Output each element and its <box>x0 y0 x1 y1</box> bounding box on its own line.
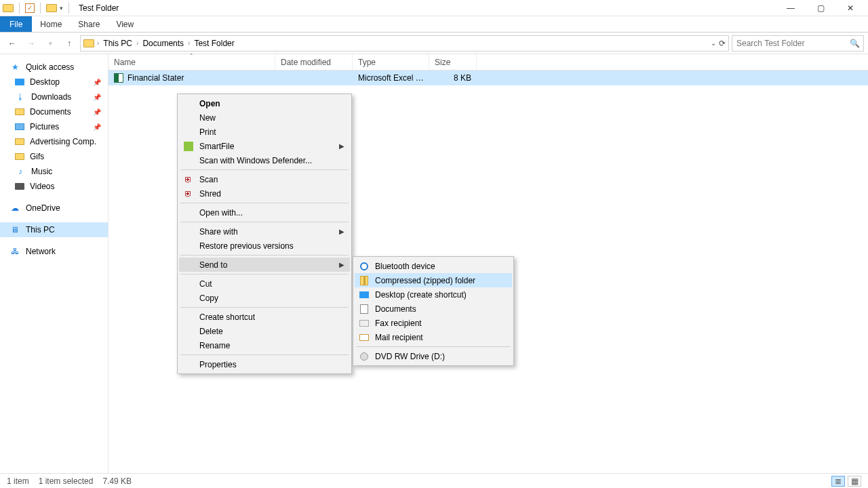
breadcrumb-this-pc[interactable]: This PC <box>102 39 134 48</box>
menu-cut[interactable]: Cut <box>179 277 350 291</box>
sidebar-item-documents[interactable]: Documents 📌 <box>0 104 108 119</box>
chevron-right-icon[interactable]: › <box>188 39 190 47</box>
sidebar-item-folder[interactable]: Advertising Comp. <box>0 134 108 149</box>
context-menu: Open New Print SmartFile ▶ Scan with Win… <box>177 94 352 374</box>
sendto-documents[interactable]: Documents <box>355 302 512 316</box>
sidebar-item-music[interactable]: ♪ Music <box>0 164 108 179</box>
maximize-button[interactable]: ▢ <box>806 0 835 16</box>
sidebar-network[interactable]: 🖧 Network <box>0 244 108 259</box>
file-name: Financial Stater <box>127 73 184 83</box>
menu-label: Scan <box>199 175 218 184</box>
sidebar-item-folder[interactable]: Gifs <box>0 149 108 164</box>
address-bar[interactable]: › This PC › Documents › Test Folder ⌄ ⟳ <box>80 35 729 52</box>
sidebar-item-downloads[interactable]: ⭳ Downloads 📌 <box>0 89 108 104</box>
breadcrumb-documents[interactable]: Documents <box>141 39 185 48</box>
file-row[interactable]: Financial Stater Microsoft Excel W... 8 … <box>108 70 868 85</box>
menu-separator <box>180 222 349 222</box>
file-name-cell: Financial Stater <box>108 73 275 83</box>
menu-copy[interactable]: Copy <box>179 291 350 305</box>
menu-send-to[interactable]: Send to ▶ <box>179 258 350 272</box>
chevron-right-icon: ▶ <box>339 142 344 150</box>
sidebar-item-desktop[interactable]: Desktop 📌 <box>0 75 108 89</box>
sendto-compressed[interactable]: Compressed (zipped) folder <box>355 273 512 287</box>
tab-share[interactable]: Share <box>70 16 108 32</box>
back-button[interactable]: ← <box>4 35 20 52</box>
chevron-right-icon[interactable]: › <box>97 39 99 47</box>
menu-scan[interactable]: ⛨ Scan <box>179 172 350 186</box>
address-bar-row: ← → ▾ ↑ › This PC › Documents › Test Fol… <box>0 33 868 54</box>
mail-icon <box>359 334 369 341</box>
tab-home[interactable]: Home <box>32 16 70 32</box>
menu-restore[interactable]: Restore previous versions <box>179 239 350 253</box>
menu-smartfile[interactable]: SmartFile ▶ <box>179 139 350 153</box>
breadcrumb-current[interactable]: Test Folder <box>193 39 235 48</box>
tab-view[interactable]: View <box>108 16 142 32</box>
menu-rename[interactable]: Rename <box>179 338 350 352</box>
menu-defender[interactable]: Scan with Windows Defender... <box>179 153 350 167</box>
sendto-bluetooth[interactable]: Bluetooth device <box>355 259 512 273</box>
address-dropdown-icon[interactable]: ⌄ <box>711 39 716 47</box>
forward-button[interactable]: → <box>23 35 39 52</box>
file-type-cell: Microsoft Excel W... <box>353 73 429 83</box>
search-placeholder: Search Test Folder <box>736 39 850 48</box>
menu-shred[interactable]: ⛨ Shred <box>179 186 350 201</box>
pin-icon: 📌 <box>93 108 101 116</box>
sidebar-label: Downloads <box>31 92 71 102</box>
separator <box>19 3 20 14</box>
sidebar-label: Network <box>26 247 56 256</box>
pc-icon: 🖥 <box>9 224 20 235</box>
sendto-mail[interactable]: Mail recipient <box>355 330 512 344</box>
menu-open[interactable]: Open <box>179 96 350 110</box>
menu-open-with[interactable]: Open with... <box>179 205 350 220</box>
chevron-right-icon[interactable]: › <box>136 39 138 47</box>
sendto-dvd[interactable]: DVD RW Drive (D:) <box>355 349 512 363</box>
menu-new[interactable]: New <box>179 110 350 125</box>
chevron-right-icon: ▶ <box>339 228 344 235</box>
column-size[interactable]: Size <box>429 54 477 70</box>
sidebar-quick-access[interactable]: ★ Quick access <box>0 60 108 75</box>
menu-label: DVD RW Drive (D:) <box>375 352 445 361</box>
folder-icon <box>46 4 57 12</box>
close-button[interactable]: ✕ <box>835 0 865 16</box>
recent-dropdown[interactable]: ▾ <box>42 35 58 52</box>
menu-print[interactable]: Print <box>179 125 350 139</box>
navigation-pane: ★ Quick access Desktop 📌 ⭳ Downloads 📌 D… <box>0 54 108 473</box>
network-icon: 🖧 <box>9 246 20 257</box>
shield-icon: ⛨ <box>183 188 194 199</box>
menu-separator <box>180 169 349 170</box>
sidebar-item-pictures[interactable]: Pictures 📌 <box>0 119 108 134</box>
refresh-icon[interactable]: ⟳ <box>719 39 726 48</box>
sendto-fax[interactable]: Fax recipient <box>355 316 512 330</box>
zip-icon <box>360 276 368 285</box>
view-large-icons-button[interactable]: ▦ <box>848 476 861 487</box>
menu-create-shortcut[interactable]: Create shortcut <box>179 310 350 324</box>
sidebar-label: Documents <box>30 107 71 117</box>
sidebar-this-pc[interactable]: 🖥 This PC <box>0 222 108 237</box>
sidebar-label: Gifs <box>30 152 44 161</box>
star-icon: ★ <box>9 62 20 73</box>
folder-icon <box>3 4 14 12</box>
sort-indicator-icon: ˄ <box>190 53 193 60</box>
column-name[interactable]: ˄ Name <box>108 54 275 70</box>
column-date[interactable]: Date modified <box>275 54 353 70</box>
file-tab[interactable]: File <box>0 16 32 32</box>
up-button[interactable]: ↑ <box>61 35 77 52</box>
column-type[interactable]: Type <box>353 54 429 70</box>
desktop-icon <box>359 291 369 298</box>
menu-properties[interactable]: Properties <box>179 357 350 371</box>
folder-icon <box>83 39 94 47</box>
sendto-desktop[interactable]: Desktop (create shortcut) <box>355 287 512 302</box>
sidebar-onedrive[interactable]: ☁ OneDrive <box>0 201 108 216</box>
view-details-button[interactable]: ≣ <box>831 476 845 487</box>
shield-icon: ⛨ <box>183 174 194 185</box>
menu-delete[interactable]: Delete <box>179 324 350 338</box>
desktop-icon <box>15 79 24 85</box>
search-input[interactable]: Search Test Folder 🔍 <box>732 35 864 52</box>
minimize-button[interactable]: ― <box>776 0 806 16</box>
sidebar-item-videos[interactable]: Videos <box>0 179 108 194</box>
quick-access-toggle-icon[interactable]: ✓ <box>25 3 35 13</box>
qat-dropdown-icon[interactable]: ▾ <box>60 5 63 12</box>
menu-share-with[interactable]: Share with ▶ <box>179 224 350 239</box>
file-size-cell: 8 KB <box>429 73 477 83</box>
separator <box>40 3 41 14</box>
